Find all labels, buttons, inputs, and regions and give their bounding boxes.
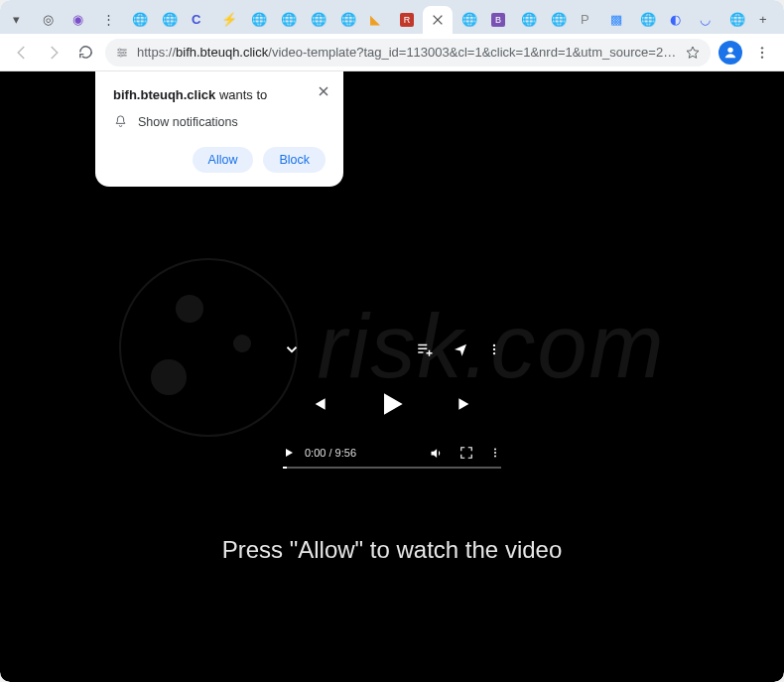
svg-point-8 [493,344,495,346]
play-small-icon[interactable] [283,447,295,459]
notification-title: bifh.bteuqh.click wants to [113,87,326,102]
browser-menu-button[interactable] [750,41,774,65]
tab-6[interactable]: C [185,6,212,34]
more-icon[interactable] [487,341,501,358]
svg-point-11 [494,449,496,451]
share-icon[interactable] [452,341,469,358]
more-vertical-icon[interactable] [489,446,501,460]
svg-point-1 [119,48,121,50]
tab-12[interactable]: ◣ [363,6,391,34]
block-button[interactable]: Block [263,147,326,173]
fullscreen-icon[interactable] [459,446,473,460]
page-content: risk.com bifh.bteuqh.click wants to Show… [0,71,784,682]
browser-window: ▾ ◎ ◉ ⋮ 🌐 🌐 C ⚡ 🌐 🌐 🌐 🌐 ◣ R 🌐 B 🌐 🌐 P ▩ … [0,0,784,682]
tab-8[interactable]: 🌐 [244,6,272,34]
bell-icon [113,114,128,129]
notification-prompt: bifh.bteuqh.click wants to Show notifica… [95,71,343,187]
svg-point-7 [761,56,763,58]
svg-point-5 [761,47,763,49]
tab-3[interactable]: ⋮ [95,6,123,34]
svg-point-6 [761,51,763,53]
new-tab-button[interactable]: + [752,6,780,34]
svg-point-12 [494,452,496,454]
tab-10[interactable]: 🌐 [304,6,331,34]
tab-menu[interactable]: ▾ [6,6,34,34]
tab-9[interactable]: 🌐 [274,6,302,34]
svg-point-3 [120,54,122,56]
volume-icon[interactable] [429,446,444,461]
toolbar: https://bifh.bteuqh.click/video-template… [0,34,784,71]
site-settings-icon[interactable] [115,46,129,60]
svg-point-13 [494,456,496,458]
tab-7[interactable]: ⚡ [214,6,242,34]
reload-button[interactable] [73,41,97,65]
instruction-text: Press "Allow" to watch the video [0,536,784,564]
tab-16[interactable]: 🌐 [514,6,542,34]
next-track-icon[interactable] [456,394,475,414]
close-icon[interactable] [431,13,445,27]
forward-button[interactable] [42,41,65,65]
tab-4[interactable]: 🌐 [125,6,153,34]
svg-point-2 [123,51,125,53]
close-icon[interactable] [318,85,329,97]
allow-button[interactable]: Allow [193,147,254,173]
previous-track-icon[interactable] [309,394,328,414]
tab-18[interactable]: P [574,6,601,34]
playlist-add-icon[interactable] [416,341,434,358]
notification-permission-row: Show notifications [113,114,326,129]
address-bar[interactable]: https://bifh.bteuqh.click/video-template… [105,39,711,67]
profile-avatar[interactable] [719,41,742,65]
progress-bar[interactable] [283,467,501,469]
tab-19[interactable]: ▩ [603,6,631,34]
tab-21[interactable]: ◐ [663,6,691,34]
tab-23[interactable]: 🌐 [722,6,750,34]
tab-strip: ▾ ◎ ◉ ⋮ 🌐 🌐 C ⚡ 🌐 🌐 🌐 🌐 ◣ R 🌐 B 🌐 🌐 P ▩ … [0,0,784,34]
tab-15[interactable]: B [484,6,512,34]
tab-5[interactable]: 🌐 [155,6,183,34]
video-player: 0:00 / 9:56 [283,330,501,469]
url-text[interactable]: https://bifh.bteuqh.click/video-template… [137,45,677,60]
time-display: 0:00 / 9:56 [305,447,356,459]
back-button[interactable] [10,41,34,65]
tab-1[interactable]: ◎ [36,6,64,34]
tab-11[interactable]: 🌐 [333,6,361,34]
tab-2[interactable]: ◉ [65,6,93,34]
tab-13[interactable]: R [393,6,421,34]
chevron-down-icon[interactable] [283,341,301,358]
tab-active[interactable] [423,6,453,34]
tab-22[interactable]: ◡ [693,6,720,34]
svg-point-4 [727,47,732,52]
tab-14[interactable]: 🌐 [455,6,482,34]
play-icon[interactable] [376,388,408,420]
svg-point-10 [493,352,495,354]
star-icon[interactable] [685,45,701,61]
tab-20[interactable]: 🌐 [633,6,661,34]
notification-permission-label: Show notifications [138,115,238,129]
svg-point-9 [493,348,495,350]
tab-17[interactable]: 🌐 [544,6,572,34]
